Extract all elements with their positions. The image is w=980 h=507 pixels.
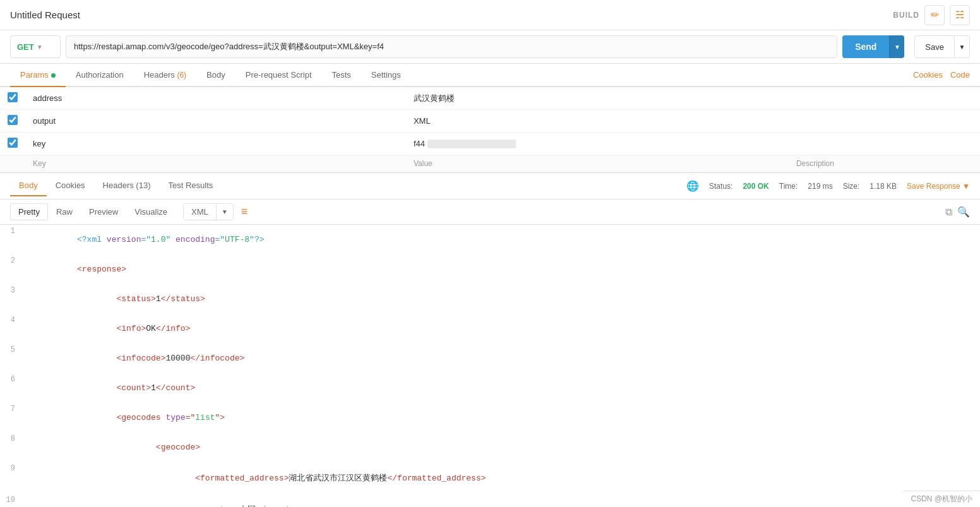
- tab-params[interactable]: Params: [10, 64, 66, 87]
- code-line-10: 10 <country>中国</country>: [0, 494, 980, 507]
- code-line-5: 5 <infocode>10000</infocode>: [0, 343, 980, 373]
- params-desc-header: Description: [789, 155, 980, 172]
- save-button-group: Save ▼: [914, 35, 970, 58]
- params-header-row: Key Value Description: [0, 155, 980, 172]
- code-line-7: 7 <geocodes type="list">: [0, 403, 980, 432]
- param-val-2: XML: [414, 116, 431, 126]
- method-arrow: ▼: [37, 44, 43, 51]
- request-tabs-row: Params Authorization Headers (6) Body Pr…: [0, 64, 980, 87]
- format-tab-pretty[interactable]: Pretty: [10, 203, 48, 220]
- size-label: Size:: [843, 182, 860, 191]
- response-status: 🌐 Status: 200 OK Time: 219 ms Size: 1.18…: [686, 180, 970, 192]
- time-value: 219 ms: [808, 182, 832, 191]
- code-line-9: 9 <formatted_address>湖北省武汉市江汉区黄鹤楼</forma…: [0, 462, 980, 494]
- edit-button[interactable]: ✏: [924, 5, 945, 25]
- copy-icon[interactable]: ⧉: [945, 206, 952, 218]
- params-dot: [51, 73, 56, 78]
- method-label: GET: [17, 42, 34, 52]
- tab-headers[interactable]: Headers (6): [134, 64, 196, 87]
- code-line-4: 4 <info>OK</info>: [0, 314, 980, 343]
- footer: CSDN @机智的小: [903, 491, 980, 507]
- code-line-8: 8 <geocode>: [0, 432, 980, 462]
- format-type-group: XML ▼: [183, 203, 234, 220]
- format-type-arrow[interactable]: ▼: [217, 205, 233, 218]
- param-val-3: f44: [414, 139, 425, 148]
- format-tab-raw[interactable]: Raw: [48, 203, 81, 220]
- table-row: output XML: [0, 110, 980, 133]
- tab-settings[interactable]: Settings: [361, 64, 411, 87]
- send-button-group: Send ▼: [842, 35, 904, 58]
- save-response-btn[interactable]: Save Response ▼: [907, 182, 970, 191]
- request-title: Untitled Request: [10, 9, 80, 20]
- param-key-2: output: [33, 116, 56, 126]
- cookies-link[interactable]: Cookies: [913, 70, 943, 80]
- comment-button[interactable]: ☵: [950, 5, 970, 25]
- save-button[interactable]: Save: [914, 35, 955, 58]
- tab-tests[interactable]: Tests: [322, 64, 361, 87]
- tab-pre-request[interactable]: Pre-request Script: [236, 64, 322, 87]
- format-tabs: Pretty Raw Preview Visualize: [10, 203, 176, 220]
- response-tab-headers[interactable]: Headers (13): [94, 176, 160, 196]
- response-tab-cookies[interactable]: Cookies: [47, 176, 94, 196]
- tab-right-actions: Cookies Code: [913, 70, 970, 80]
- code-line-2: 2 <response>: [0, 254, 980, 284]
- code-toolbar: ⧉ 🔍: [945, 206, 970, 218]
- wrap-icon[interactable]: ≡: [241, 205, 248, 218]
- param-key-3: key: [33, 139, 45, 148]
- send-dropdown[interactable]: ▼: [889, 35, 904, 58]
- send-button[interactable]: Send: [842, 35, 889, 58]
- table-row: key f44: [0, 133, 980, 155]
- params-key-header: Key: [25, 155, 406, 172]
- tab-body[interactable]: Body: [196, 64, 236, 87]
- status-value: 200 OK: [743, 182, 768, 191]
- format-type-xml[interactable]: XML: [184, 204, 217, 220]
- build-label: BUILD: [893, 11, 919, 20]
- params-val-header: Value: [406, 155, 789, 172]
- tab-authorization[interactable]: Authorization: [66, 64, 134, 87]
- params-table: address 武汉黄鹤楼 output XML key f44: [0, 87, 980, 172]
- search-icon[interactable]: 🔍: [957, 206, 970, 218]
- code-line-6: 6 <count>1</count>: [0, 373, 980, 403]
- code-area[interactable]: 1 <?xml version="1.0" encoding="UTF-8"?>…: [0, 225, 980, 507]
- format-tab-preview[interactable]: Preview: [81, 203, 126, 220]
- request-tabs: Params Authorization Headers (6) Body Pr…: [10, 64, 411, 86]
- param-masked-3: [427, 140, 516, 148]
- response-tabs: Body Cookies Headers (13) Test Results: [10, 176, 222, 196]
- globe-icon: 🌐: [686, 180, 699, 192]
- param-checkbox-3[interactable]: [8, 138, 18, 148]
- url-bar: GET ▼ Send ▼ Save ▼: [0, 30, 980, 64]
- footer-text: CSDN @机智的小: [911, 494, 972, 503]
- code-line-1: 1 <?xml version="1.0" encoding="UTF-8"?>: [0, 225, 980, 254]
- code-line-3: 3 <status>1</status>: [0, 284, 980, 314]
- table-row: address 武汉黄鹤楼: [0, 87, 980, 110]
- param-val-1: 武汉黄鹤楼: [414, 93, 455, 103]
- method-select[interactable]: GET ▼: [10, 35, 61, 58]
- response-tab-body[interactable]: Body: [10, 176, 47, 196]
- status-label: Status:: [709, 182, 732, 191]
- header-actions: BUILD ✏ ☵: [893, 5, 970, 25]
- time-label: Time:: [779, 182, 798, 191]
- response-header: Body Cookies Headers (13) Test Results 🌐…: [0, 173, 980, 200]
- size-value: 1.18 KB: [869, 182, 897, 191]
- params-section: address 武汉黄鹤楼 output XML key f44: [0, 87, 980, 173]
- response-section: Body Cookies Headers (13) Test Results 🌐…: [0, 173, 980, 507]
- url-input[interactable]: [66, 35, 837, 58]
- response-tab-test-results[interactable]: Test Results: [159, 176, 222, 196]
- code-link[interactable]: Code: [950, 70, 970, 80]
- param-key-1: address: [33, 93, 62, 103]
- param-checkbox-1[interactable]: [8, 92, 18, 102]
- app-header: Untitled Request BUILD ✏ ☵: [0, 0, 980, 30]
- format-tab-visualize[interactable]: Visualize: [126, 203, 176, 220]
- format-bar: Pretty Raw Preview Visualize XML ▼ ≡ ⧉ 🔍: [0, 200, 980, 225]
- param-checkbox-2[interactable]: [8, 115, 18, 125]
- save-dropdown[interactable]: ▼: [955, 35, 970, 58]
